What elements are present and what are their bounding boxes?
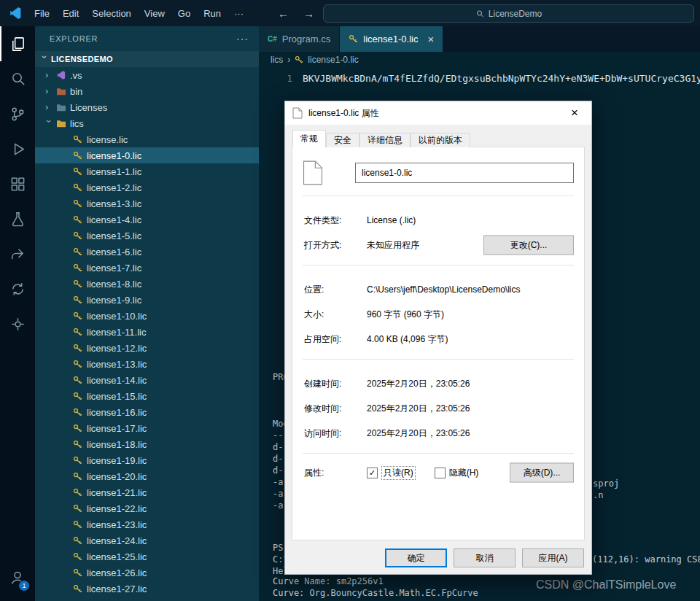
file-license1-12-lic[interactable]: license1-12.lic	[35, 340, 259, 356]
cancel-button[interactable]: 取消	[454, 548, 516, 567]
file-license1-24-lic[interactable]: license1-24.lic	[35, 532, 259, 548]
key-icon	[73, 456, 82, 465]
folder-lics[interactable]: ›lics	[35, 115, 259, 131]
property-row: 修改时间:2025年2月20日，23:05:26	[292, 396, 584, 421]
explorer-actions-icon[interactable]: ···	[236, 33, 249, 44]
file-tree: ›.vs›bin›Licenses›licslicense.liclicense…	[35, 67, 259, 597]
change-button[interactable]: 更改(C)...	[483, 236, 574, 255]
filename-input[interactable]	[355, 163, 574, 183]
hidden-checkbox[interactable]: 隐藏(H)	[435, 467, 479, 479]
command-center-search[interactable]: LicenseDemo	[323, 4, 694, 23]
ok-button[interactable]: 确定	[385, 548, 447, 567]
chevron-down-icon: ›	[41, 55, 48, 63]
dialog-tab-general[interactable]: 常规	[292, 130, 326, 147]
file-label: license1-23.lic	[87, 519, 147, 530]
file-license1-10-lic[interactable]: license1-10.lic	[35, 308, 259, 324]
tab-license1-0-lic[interactable]: license1-0.lic×	[340, 26, 443, 52]
search-text: LicenseDemo	[489, 9, 542, 19]
menu-file[interactable]: File	[28, 8, 56, 19]
dialog-tab-details[interactable]: 详细信息	[359, 133, 411, 147]
file-license1-26-lic[interactable]: license1-26.lic	[35, 565, 259, 581]
checkbox-icon[interactable]: ✓	[367, 468, 378, 478]
root-folder-row[interactable]: › LICENSEDEMO	[35, 51, 259, 67]
file-license1-20-lic[interactable]: license1-20.lic	[35, 468, 259, 484]
tab-program-cs[interactable]: C#Program.cs	[259, 26, 340, 52]
menu-more[interactable]: ···	[228, 8, 250, 19]
breadcrumb-file[interactable]: license1-0.lic	[308, 55, 358, 65]
file-license-lic[interactable]: license.lic	[35, 131, 259, 147]
file-license1-1-lic[interactable]: license1-1.lic	[35, 163, 259, 179]
activity-remote[interactable]	[0, 236, 35, 271]
activity-source-control[interactable]	[0, 96, 35, 131]
folder-licenses[interactable]: ›Licenses	[35, 99, 259, 115]
readonly-label: 只读(R)	[381, 466, 416, 480]
file-license1-17-lic[interactable]: license1-17.lic	[35, 420, 259, 436]
file-license1-0-lic[interactable]: license1-0.lic	[35, 147, 259, 163]
file-license1-3-lic[interactable]: license1-3.lic	[35, 195, 259, 212]
menu-edit[interactable]: Edit	[56, 8, 85, 19]
chevron-down-icon: ›	[45, 120, 52, 127]
attributes-row: 属性: ✓ 只读(R) 隐藏(H) 高级(D)...	[292, 458, 584, 487]
close-icon[interactable]: ×	[427, 33, 434, 45]
file-license1-15-lic[interactable]: license1-15.lic	[35, 388, 259, 404]
file-license1-11-lic[interactable]: license1-11.lic	[35, 324, 259, 340]
key-icon	[73, 392, 82, 401]
file-license1-7-lic[interactable]: license1-7.lic	[35, 260, 259, 276]
file-label: license1-8.lic	[87, 279, 141, 290]
file-label: license1-0.lic	[87, 150, 141, 161]
file-license1-4-lic[interactable]: license1-4.lic	[35, 212, 259, 228]
file-license1-2-lic[interactable]: license1-2.lic	[35, 179, 259, 195]
file-license1-5-lic[interactable]: license1-5.lic	[35, 228, 259, 244]
file-license1-8-lic[interactable]: license1-8.lic	[35, 276, 259, 292]
titlebar: FileEditSelectionViewGoRun··· ← → Licens…	[0, 0, 700, 26]
file-license1-13-lic[interactable]: license1-13.lic	[35, 356, 259, 372]
file-license1-22-lic[interactable]: license1-22.lic	[35, 500, 259, 516]
activity-search[interactable]	[0, 61, 35, 96]
editor-tabs: C#Program.cslicense1-0.lic×	[259, 26, 700, 52]
file-license1-27-lic[interactable]: license1-27.lic	[35, 581, 259, 597]
activity-sync[interactable]	[0, 271, 35, 306]
tab-label: Program.cs	[282, 34, 330, 44]
activity-account[interactable]: 1	[0, 560, 35, 595]
activity-testing[interactable]	[0, 201, 35, 236]
breadcrumb-folder[interactable]: lics	[271, 55, 283, 65]
file-license1-6-lic[interactable]: license1-6.lic	[35, 244, 259, 260]
back-arrow-icon[interactable]: ←	[278, 7, 289, 20]
folder-bin[interactable]: ›bin	[35, 83, 259, 99]
file-license1-14-lic[interactable]: license1-14.lic	[35, 372, 259, 388]
menu-run[interactable]: Run	[197, 8, 228, 19]
file-license1-25-lic[interactable]: license1-25.lic	[35, 548, 259, 565]
menu-selection[interactable]: Selection	[85, 8, 137, 19]
readonly-checkbox[interactable]: ✓ 只读(R)	[367, 466, 416, 480]
file-license1-9-lic[interactable]: license1-9.lic	[35, 292, 259, 308]
file-license1-23-lic[interactable]: license1-23.lic	[35, 516, 259, 532]
apply-button[interactable]: 应用(A)	[522, 548, 584, 567]
menu-go[interactable]: Go	[171, 8, 197, 19]
dialog-close-icon[interactable]: ×	[564, 106, 586, 120]
forward-arrow-icon[interactable]: →	[303, 7, 314, 20]
file-license1-19-lic[interactable]: license1-19.lic	[35, 452, 259, 468]
document-icon	[303, 160, 355, 185]
activity-run-debug[interactable]	[0, 131, 35, 166]
dialog-tab-security[interactable]: 安全	[326, 133, 359, 147]
dialog-title: license1-0.lic 属性	[308, 107, 564, 120]
 	[9, 106, 26, 123]
folder-vs[interactable]: ›.vs	[35, 67, 259, 83]
activity-explorer[interactable]	[0, 26, 35, 61]
 	[9, 71, 26, 88]
notification-badge: 1	[18, 580, 30, 592]
file-license1-18-lic[interactable]: license1-18.lic	[35, 436, 259, 452]
activity-plugin[interactable]	[0, 306, 35, 341]
file-license1-16-lic[interactable]: license1-16.lic	[35, 404, 259, 420]
file-label: license1-11.lic	[87, 327, 146, 338]
property-value: 未知应用程序	[367, 239, 419, 252]
checkbox-icon[interactable]	[435, 468, 446, 478]
menu-view[interactable]: View	[138, 8, 171, 19]
file-license1-21-lic[interactable]: license1-21.lic	[35, 484, 259, 500]
search-icon	[475, 9, 484, 18]
advanced-button[interactable]: 高级(D)...	[510, 463, 574, 483]
activity-extensions[interactable]	[0, 166, 35, 201]
dialog-tab-previous-versions[interactable]: 以前的版本	[411, 133, 470, 147]
attributes-label: 属性:	[304, 467, 367, 479]
property-row: 占用空间:4.00 KB (4,096 字节)	[292, 327, 584, 352]
